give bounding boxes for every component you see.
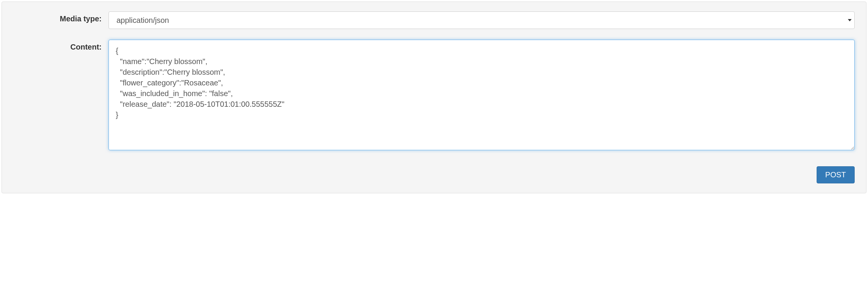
- media-type-row: Media type: application/json: [13, 11, 855, 29]
- form-panel: Media type: application/json Content: { …: [2, 2, 866, 193]
- content-row: Content: { "name":"Cherry blossom", "des…: [13, 40, 855, 152]
- button-row: POST: [13, 162, 855, 183]
- media-type-select[interactable]: application/json: [108, 11, 855, 29]
- media-type-label: Media type:: [13, 11, 108, 23]
- post-button[interactable]: POST: [817, 166, 855, 183]
- content-control: { "name":"Cherry blossom", "description"…: [108, 40, 855, 152]
- media-type-control: application/json: [108, 11, 855, 29]
- content-textarea[interactable]: { "name":"Cherry blossom", "description"…: [108, 40, 855, 150]
- media-type-select-wrapper: application/json: [108, 11, 855, 29]
- content-label: Content:: [13, 40, 108, 51]
